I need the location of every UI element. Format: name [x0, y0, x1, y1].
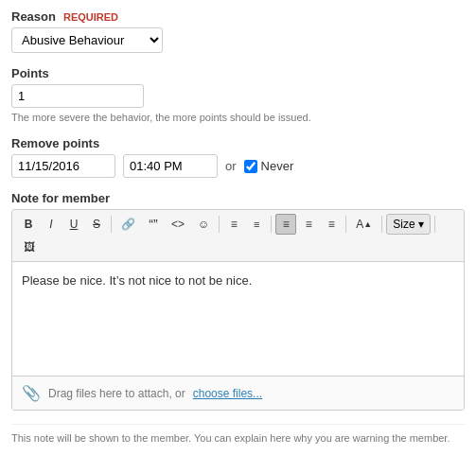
quote-button[interactable]: “” [143, 214, 164, 235]
note-field: Note for member B I U S 🔗 “” <> ☺ ≡ ≡ ≡ … [11, 191, 465, 411]
points-hint: The more severe the behavior, the more p… [11, 112, 465, 123]
remove-points-row: or Never [11, 154, 465, 178]
ordered-list-button[interactable]: ≡ [246, 214, 267, 235]
toolbar-divider-1 [111, 216, 112, 233]
attach-icon: 📎 [22, 384, 41, 402]
toolbar-divider-2 [219, 216, 220, 233]
underline-button[interactable]: U [63, 214, 84, 235]
reason-label: Reason [11, 9, 56, 24]
never-checkbox[interactable] [244, 160, 257, 173]
italic-button[interactable]: I [41, 214, 62, 235]
emoji-button[interactable]: ☺ [192, 214, 215, 235]
code-button[interactable]: <> [166, 214, 190, 235]
link-button[interactable]: 🔗 [115, 214, 141, 235]
remove-points-field: Remove points or Never [11, 136, 465, 178]
bold-button[interactable]: B [18, 214, 39, 235]
align-center-button[interactable]: ≡ [298, 214, 319, 235]
date-input[interactable] [11, 154, 115, 178]
image-button[interactable]: 🖼 [18, 236, 41, 257]
toolbar-divider-5 [381, 216, 382, 233]
unordered-list-button[interactable]: ≡ [223, 214, 244, 235]
remove-points-label: Remove points [11, 136, 99, 150]
time-input[interactable] [123, 154, 218, 178]
reason-select[interactable]: Abusive Behaviour Spam Off-topic Other [11, 27, 163, 53]
editor-content[interactable]: Please be nice. It’s not nice to not be … [12, 262, 464, 376]
editor-footer: 📎 Drag files here to attach, or choose f… [12, 376, 464, 410]
points-label: Points [11, 66, 49, 80]
reason-field: Reason REQUIRED Abusive Behaviour Spam O… [11, 9, 465, 53]
toolbar-divider-4 [345, 216, 346, 233]
or-label: or [225, 159, 237, 173]
never-text: Never [261, 159, 294, 173]
points-input[interactable] [11, 84, 144, 108]
note-label: Note for member [11, 191, 110, 205]
attach-text: Drag files here to attach, or [48, 387, 185, 400]
toolbar-divider-6 [434, 216, 435, 233]
align-right-button[interactable]: ≡ [321, 214, 342, 235]
editor-wrapper: B I U S 🔗 “” <> ☺ ≡ ≡ ≡ ≡ ≡ A▲ Size ▾ 🖼 [11, 209, 465, 411]
points-field: Points The more severe the behavior, the… [11, 66, 465, 123]
align-left-button[interactable]: ≡ [275, 214, 296, 235]
required-badge: REQUIRED [63, 11, 118, 23]
size-arrow: ▾ [418, 218, 424, 231]
toolbar-divider-3 [271, 216, 272, 233]
editor-toolbar: B I U S 🔗 “” <> ☺ ≡ ≡ ≡ ≡ ≡ A▲ Size ▾ 🖼 [12, 210, 464, 262]
footer-note: This note will be shown to the member. Y… [11, 424, 465, 444]
choose-files-link[interactable]: choose files... [193, 387, 262, 400]
size-dropdown-button[interactable]: Size ▾ [386, 214, 430, 235]
never-label[interactable]: Never [244, 159, 294, 173]
font-size-button[interactable]: A▲ [350, 214, 378, 235]
size-label: Size [393, 218, 414, 231]
strikethrough-button[interactable]: S [86, 214, 107, 235]
